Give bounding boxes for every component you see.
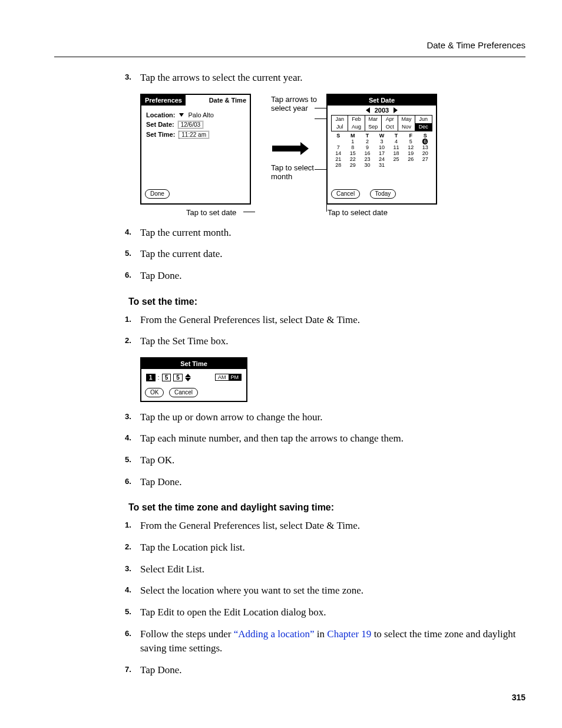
day-cell[interactable]: 31 bbox=[375, 162, 389, 168]
year-prev-icon[interactable] bbox=[366, 107, 370, 113]
day-cell[interactable]: 30 bbox=[360, 162, 375, 168]
month-cell[interactable]: Oct bbox=[382, 123, 398, 131]
location-label: Location: bbox=[146, 111, 176, 118]
set-time-field[interactable]: 11:22 am bbox=[178, 131, 209, 139]
month-grid: Jan Feb Mar Apr May Jun Jul Aug Sep Oct … bbox=[331, 115, 432, 131]
set-date-label: Set Date: bbox=[146, 121, 174, 128]
month-cell[interactable]: Apr bbox=[382, 116, 398, 123]
annot-tap-select-date: Tap to select date bbox=[328, 208, 388, 217]
done-button[interactable]: Done bbox=[145, 189, 170, 199]
day-cell[interactable]: 16 bbox=[360, 150, 375, 156]
step-6-text: Tap Done. bbox=[140, 270, 182, 281]
month-cell[interactable]: Aug bbox=[348, 123, 365, 131]
day-cell[interactable]: 8 bbox=[346, 144, 361, 150]
ok-button[interactable]: OK bbox=[145, 388, 164, 397]
month-cell[interactable]: Nov bbox=[398, 123, 415, 131]
time-stepper[interactable] bbox=[185, 374, 191, 381]
day-cell[interactable]: 11 bbox=[389, 144, 404, 150]
step-z3: 3.Select Edit List. bbox=[128, 562, 525, 577]
day-cell[interactable]: 23 bbox=[360, 156, 375, 162]
day-cell[interactable]: 7 bbox=[331, 144, 346, 150]
year-next-icon[interactable] bbox=[394, 107, 398, 113]
cancel-button[interactable]: Cancel bbox=[169, 388, 198, 397]
leader-line bbox=[315, 118, 326, 119]
today-button[interactable]: Today bbox=[370, 189, 396, 199]
month-cell[interactable]: Jun bbox=[415, 116, 432, 123]
leader-line bbox=[315, 108, 326, 108]
leader-line bbox=[315, 169, 326, 170]
month-cell[interactable]: May bbox=[398, 116, 415, 123]
prefs-subtitle: Date & Time bbox=[186, 95, 250, 106]
month-cell[interactable]: Feb bbox=[348, 116, 365, 123]
step-4-text: Tap the current month. bbox=[140, 227, 232, 238]
month-cell-selected[interactable]: Dec bbox=[415, 123, 432, 131]
step-z6: 6. Follow the steps under “Adding a loca… bbox=[128, 627, 525, 656]
day-cell[interactable]: 24 bbox=[375, 156, 389, 162]
dow: T bbox=[389, 133, 404, 139]
month-cell[interactable]: Mar bbox=[365, 116, 382, 123]
day-cell[interactable]: 1 bbox=[346, 139, 361, 144]
down-arrow-icon[interactable] bbox=[185, 378, 191, 381]
set-time-row: Set Time: 11:22 am bbox=[141, 130, 250, 140]
day-cell[interactable]: 15 bbox=[346, 150, 361, 156]
day-cell[interactable]: 20 bbox=[418, 150, 432, 156]
day-grid: S M T W T F S 123456 78910111213 1415161… bbox=[331, 133, 432, 168]
cancel-button[interactable]: Cancel bbox=[331, 189, 360, 199]
steps-set-timezone: 1.From the General Preferences list, sel… bbox=[128, 519, 525, 677]
day-cell[interactable]: 2 bbox=[360, 139, 375, 144]
steps-set-time-cont: 3.Tap the up or down arrow to change the… bbox=[128, 410, 525, 490]
month-cell[interactable]: Jan bbox=[332, 116, 348, 123]
day-cell-selected[interactable]: 6 bbox=[418, 139, 432, 144]
day-cell[interactable]: 29 bbox=[346, 162, 361, 168]
step-z6-mid: in bbox=[315, 628, 328, 640]
day-cell[interactable]: 17 bbox=[375, 150, 389, 156]
location-row: Location: Palo Alto bbox=[141, 110, 250, 120]
dow: S bbox=[418, 133, 432, 139]
day-cell[interactable]: 25 bbox=[389, 156, 404, 162]
day-cell[interactable]: 4 bbox=[389, 139, 404, 144]
month-cell[interactable]: Jul bbox=[332, 123, 348, 131]
day-cell[interactable]: 12 bbox=[404, 144, 418, 150]
dow: S bbox=[331, 133, 346, 139]
page-number: 315 bbox=[512, 693, 525, 702]
hour-field[interactable]: 1 bbox=[146, 374, 156, 381]
day-cell[interactable]: 14 bbox=[331, 150, 346, 156]
heading-set-timezone: To set the time zone and daylight saving… bbox=[128, 502, 525, 513]
minute-tens-field[interactable]: 5 bbox=[162, 374, 171, 381]
day-cell[interactable]: 19 bbox=[404, 150, 418, 156]
step-t2-text: Tap the Set Time box. bbox=[140, 335, 228, 347]
day-cell[interactable]: 27 bbox=[418, 156, 432, 162]
link-chapter-19[interactable]: Chapter 19 bbox=[327, 628, 371, 640]
steps-set-date: 3.Tap the arrows to select the current y… bbox=[128, 71, 525, 85]
step-z2: 2.Tap the Location pick list. bbox=[128, 541, 525, 555]
day-cell[interactable]: 28 bbox=[331, 162, 346, 168]
step-t5: 5.Tap OK. bbox=[128, 453, 525, 468]
set-date-field[interactable]: 12/6/03 bbox=[178, 121, 203, 129]
set-date-title: Set Date bbox=[328, 95, 436, 106]
month-cell[interactable]: Sep bbox=[365, 123, 382, 131]
day-cell[interactable]: 21 bbox=[331, 156, 346, 162]
day-cell[interactable]: 18 bbox=[389, 150, 404, 156]
up-arrow-icon[interactable] bbox=[185, 374, 191, 377]
step-z5: 5.Tap Edit to open the Edit Location dia… bbox=[128, 605, 525, 620]
day-cell[interactable]: 5 bbox=[404, 139, 418, 144]
ampm-toggle[interactable]: AM PM bbox=[215, 374, 242, 381]
day-cell[interactable]: 9 bbox=[360, 144, 375, 150]
annot-month: Tap to select month bbox=[271, 163, 324, 182]
day-cell[interactable]: 26 bbox=[404, 156, 418, 162]
location-value[interactable]: Palo Alto bbox=[189, 111, 214, 118]
day-cell[interactable]: 10 bbox=[375, 144, 389, 150]
dropdown-caret-icon[interactable] bbox=[179, 113, 184, 117]
day-cell[interactable]: 3 bbox=[375, 139, 389, 144]
step-z4: 4.Select the location where you want to … bbox=[128, 584, 525, 598]
minute-ones-field[interactable]: 5 bbox=[173, 374, 183, 381]
link-adding-location[interactable]: “Adding a location” bbox=[234, 628, 315, 640]
day-cell[interactable]: 22 bbox=[346, 156, 361, 162]
heading-set-time: To set the time: bbox=[128, 297, 525, 307]
pm-option-selected[interactable]: PM bbox=[229, 374, 242, 380]
step-t1: 1.From the General Preferences list, sel… bbox=[128, 313, 525, 328]
am-option[interactable]: AM bbox=[216, 374, 229, 380]
section-title: Date & Time Preferences bbox=[427, 40, 525, 50]
day-cell[interactable]: 13 bbox=[418, 144, 432, 150]
annot-tap-set-date: Tap to set date bbox=[186, 208, 236, 217]
